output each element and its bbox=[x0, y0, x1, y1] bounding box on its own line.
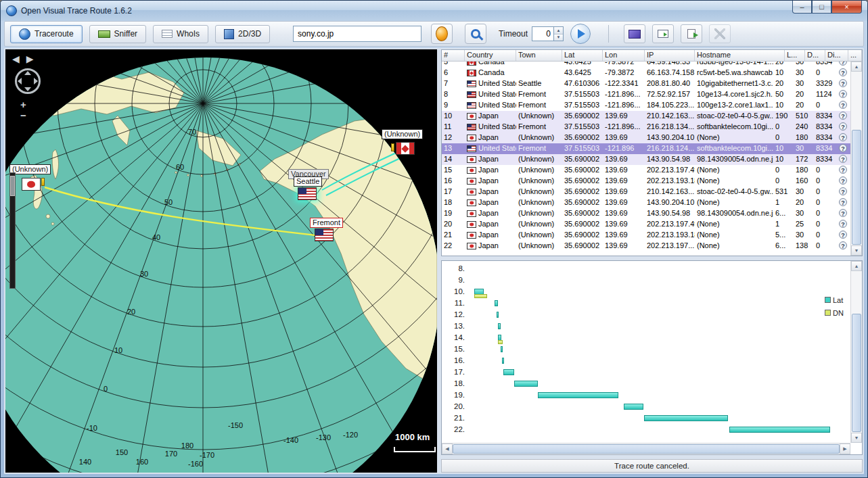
help-icon[interactable]: ? bbox=[839, 144, 847, 152]
table-row[interactable]: 11United StatesFremont37.515503-121.896.… bbox=[442, 122, 850, 133]
us-flag-fremont-icon[interactable] bbox=[315, 229, 334, 241]
canada-flag-icon[interactable] bbox=[396, 142, 415, 155]
jp-flag-icon bbox=[467, 199, 476, 206]
table-row[interactable]: 18Japan(Unknown)35.690002139.69143.90.20… bbox=[442, 197, 850, 208]
column-header-host[interactable]: Hostname bbox=[695, 50, 785, 61]
open-window-button[interactable] bbox=[652, 24, 674, 43]
help-icon[interactable]: ? bbox=[839, 231, 847, 239]
titlebar[interactable]: Open Visual Trace Route 1.6.2 – □ × bbox=[1, 1, 867, 21]
help-icon[interactable]: ? bbox=[839, 68, 847, 76]
table-scrollbar[interactable]: ▲ ▼ bbox=[850, 62, 862, 256]
table-row[interactable]: 10Japan(Unknown)35.690002139.69210.142.1… bbox=[442, 111, 850, 122]
table-scrollbar-thumb[interactable] bbox=[852, 130, 861, 245]
help-icon[interactable]: ? bbox=[839, 198, 847, 206]
marker-label-unknown-japan[interactable]: (Unknown) bbox=[9, 164, 51, 174]
scroll-right-icon[interactable]: ▶ bbox=[840, 444, 850, 454]
marker-label-seattle[interactable]: Seattle bbox=[294, 176, 322, 187]
marker-label-fremont[interactable]: Fremont bbox=[310, 218, 343, 228]
help-icon[interactable]: ? bbox=[839, 187, 847, 195]
table-row[interactable]: 6Canada43.6425-79.387266.163.74.158rc5wt… bbox=[442, 68, 850, 78]
table-row[interactable]: 21Japan(Unknown)35.690002139.69202.213.1… bbox=[442, 230, 850, 241]
help-icon[interactable]: ? bbox=[839, 101, 847, 109]
scroll-down-icon[interactable]: ▼ bbox=[851, 433, 862, 443]
settings-button[interactable] bbox=[709, 24, 731, 43]
column-header-num[interactable]: # bbox=[442, 50, 465, 61]
scroll-left-icon[interactable]: ◀ bbox=[442, 444, 453, 454]
column-header-lat[interactable]: Lat bbox=[562, 50, 603, 61]
table-row[interactable]: 22Japan(Unknown)35.690002139.69202.213.1… bbox=[442, 241, 850, 252]
column-header-d[interactable]: D... bbox=[805, 50, 825, 61]
help-icon[interactable]: ? bbox=[839, 176, 847, 185]
pan-down-icon[interactable] bbox=[24, 87, 31, 91]
scroll-up-icon[interactable]: ▲ bbox=[851, 62, 862, 72]
export-button[interactable] bbox=[681, 24, 702, 43]
table-row[interactable]: 7United StatesSeattle47.610306-122.33412… bbox=[442, 78, 850, 89]
chart-bar-latency bbox=[538, 392, 618, 398]
table-row[interactable]: 8United StatesFremont37.515503-121.896..… bbox=[442, 89, 850, 100]
zoom-out-button[interactable]: − bbox=[20, 112, 26, 120]
column-header-town[interactable]: Town bbox=[516, 50, 562, 61]
minimize-button[interactable]: – bbox=[792, 1, 812, 14]
help-icon[interactable]: ? bbox=[839, 209, 847, 217]
map-theme-button[interactable] bbox=[624, 24, 645, 43]
table-row[interactable]: 14Japan(Unknown)35.690002139.69143.90.54… bbox=[442, 154, 850, 165]
pan-left-icon[interactable] bbox=[18, 78, 22, 85]
table-row[interactable]: 17Japan(Unknown)35.690002139.69210.142.1… bbox=[442, 187, 850, 197]
marker-label-unknown-canada[interactable]: (Unknown) bbox=[382, 129, 423, 139]
close-button[interactable]: × bbox=[831, 1, 862, 14]
traceroute-button[interactable]: Traceroute bbox=[10, 25, 83, 43]
host-input[interactable] bbox=[293, 26, 421, 42]
mode-2d3d-button[interactable]: 2D/3D bbox=[215, 25, 270, 43]
table-row[interactable]: 19Japan(Unknown)35.690002139.69143.90.54… bbox=[442, 208, 850, 219]
column-header-lon[interactable]: Lon bbox=[603, 50, 645, 61]
whois-button[interactable]: WhoIs bbox=[153, 25, 208, 43]
table-row[interactable]: 5Canada43.6425-79.387264.59.148.33rd3bb-… bbox=[442, 62, 850, 68]
column-header-country[interactable]: Country bbox=[465, 50, 516, 61]
zoom-slider[interactable] bbox=[9, 172, 16, 289]
spinner-up-icon[interactable]: ▲ bbox=[554, 27, 563, 34]
sniffer-button[interactable]: Sniffer bbox=[89, 25, 146, 43]
japan-flag-icon[interactable] bbox=[22, 178, 41, 191]
maximize-button[interactable]: □ bbox=[812, 1, 831, 14]
forward-icon[interactable]: ▶ bbox=[26, 53, 34, 64]
spinner-down-icon[interactable]: ▼ bbox=[554, 34, 563, 41]
play-button[interactable] bbox=[570, 24, 591, 44]
help-icon[interactable]: ? bbox=[839, 112, 847, 120]
chart-vscrollbar[interactable]: ▲ ▼ bbox=[850, 261, 862, 443]
search-button[interactable] bbox=[465, 24, 486, 44]
help-icon[interactable]: ? bbox=[839, 155, 847, 163]
chart-vscrollbar-thumb[interactable] bbox=[852, 314, 861, 432]
table-row[interactable]: 12Japan(Unknown)35.690002139.69143.90.20… bbox=[442, 133, 850, 143]
column-header-di[interactable]: Di... bbox=[825, 50, 848, 61]
zoom-slider-thumb[interactable] bbox=[10, 176, 15, 196]
chart-hscrollbar[interactable]: ◀ ▶ bbox=[442, 443, 850, 454]
table-row[interactable]: 20Japan(Unknown)35.690002139.69202.213.1… bbox=[442, 219, 850, 230]
locate-button[interactable] bbox=[431, 24, 453, 44]
column-header-ip[interactable]: IP bbox=[645, 50, 695, 61]
help-icon[interactable]: ? bbox=[839, 133, 847, 141]
help-icon[interactable]: ? bbox=[839, 220, 847, 228]
table-row[interactable]: 16Japan(Unknown)35.690002139.69202.213.1… bbox=[442, 176, 850, 187]
pan-right-icon[interactable] bbox=[34, 78, 38, 85]
timeout-input[interactable] bbox=[532, 26, 553, 41]
pan-up-icon[interactable] bbox=[24, 71, 31, 75]
help-icon[interactable]: ? bbox=[839, 62, 847, 66]
scroll-up-icon[interactable]: ▲ bbox=[851, 261, 862, 271]
help-icon[interactable]: ? bbox=[839, 90, 847, 98]
map-panel[interactable]: 706050403020100-10140150160170180-170-16… bbox=[5, 49, 437, 473]
pan-control[interactable] bbox=[15, 68, 41, 94]
help-icon[interactable]: ? bbox=[839, 166, 847, 174]
chart-hscrollbar-thumb[interactable] bbox=[453, 444, 840, 454]
table-row[interactable]: 13United StatesFremont37.515503-121.8962… bbox=[442, 143, 850, 154]
scroll-down-icon[interactable]: ▼ bbox=[851, 245, 862, 256]
help-icon[interactable]: ? bbox=[839, 79, 847, 87]
back-icon[interactable]: ◀ bbox=[12, 53, 20, 64]
column-header-q[interactable]: ... bbox=[848, 50, 862, 61]
zoom-in-button[interactable]: + bbox=[20, 101, 26, 109]
column-header-l[interactable]: L... bbox=[785, 50, 805, 61]
table-row[interactable]: 15Japan(Unknown)35.690002139.69202.213.1… bbox=[442, 165, 850, 176]
help-icon[interactable]: ? bbox=[839, 241, 847, 249]
us-flag-seattle-icon[interactable] bbox=[298, 187, 317, 200]
help-icon[interactable]: ? bbox=[839, 122, 847, 130]
table-row[interactable]: 9United StatesFremont37.515503-121.896..… bbox=[442, 100, 850, 111]
